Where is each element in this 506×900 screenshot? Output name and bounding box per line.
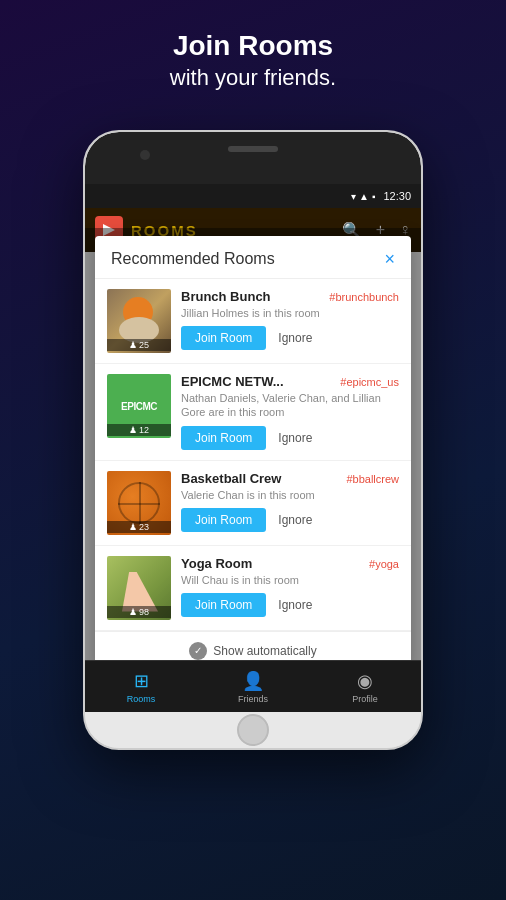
room-item-basketball: ♟23 Basketball Crew #bballcrew Valerie C… <box>95 461 411 546</box>
wifi-icon: ▾ <box>351 191 356 202</box>
show-auto-label: Show automatically <box>213 644 316 658</box>
modal-overlay: Recommended Rooms × ♟25 <box>85 228 421 712</box>
phone-bezel-bottom <box>85 712 421 748</box>
signal-icons: ▾ ▲ ▪ <box>351 191 375 202</box>
room-name-yoga: Yoga Room <box>181 556 252 571</box>
ignore-epicmc-button[interactable]: Ignore <box>278 431 312 445</box>
room-list: ♟25 Brunch Bunch #brunchbunch Jillian Ho… <box>95 279 411 631</box>
room-actions-yoga: Join Room Ignore <box>181 593 399 617</box>
room-hashtag-basketball: #bballcrew <box>346 473 399 485</box>
room-desc-epicmc: Nathan Daniels, Valerie Chan, and Lillia… <box>181 391 399 420</box>
hero-section: Join Rooms with your friends. <box>0 28 506 93</box>
nav-item-friends[interactable]: 👤 Friends <box>197 661 309 712</box>
room-info-epicmc: EPICMC NETW... #epicmc_us Nathan Daniels… <box>181 374 399 450</box>
profile-nav-icon: ◉ <box>357 670 373 692</box>
modal-header: Recommended Rooms × <box>95 236 411 279</box>
room-name-row-yoga: Yoga Room #yoga <box>181 556 399 571</box>
status-time: 12:30 <box>383 190 411 202</box>
room-count-brunch: ♟25 <box>107 339 171 351</box>
ignore-yoga-button[interactable]: Ignore <box>278 598 312 612</box>
modal-close-button[interactable]: × <box>384 250 395 268</box>
room-thumb-yoga: ♟98 <box>107 556 171 620</box>
room-name-epicmc: EPICMC NETW... <box>181 374 284 389</box>
profile-nav-label: Profile <box>352 694 378 704</box>
phone-speaker <box>228 146 278 152</box>
room-name-row-brunch: Brunch Bunch #brunchbunch <box>181 289 399 304</box>
home-button[interactable] <box>237 714 269 746</box>
room-actions-basketball: Join Room Ignore <box>181 508 399 532</box>
ignore-basketball-button[interactable]: Ignore <box>278 513 312 527</box>
join-brunch-button[interactable]: Join Room <box>181 326 266 350</box>
room-thumb-epicmc: EPICMC ♟12 <box>107 374 171 438</box>
room-desc-brunch: Jillian Holmes is in this room <box>181 306 399 320</box>
hero-line2: with your friends. <box>0 64 506 93</box>
recommended-rooms-modal: Recommended Rooms × ♟25 <box>95 236 411 670</box>
room-name-basketball: Basketball Crew <box>181 471 281 486</box>
ignore-brunch-button[interactable]: Ignore <box>278 331 312 345</box>
signal-icon: ▲ <box>359 191 369 202</box>
room-thumb-basketball: ♟23 <box>107 471 171 535</box>
join-epicmc-button[interactable]: Join Room <box>181 426 266 450</box>
phone-bezel-top <box>85 132 421 184</box>
phone-screen: ▾ ▲ ▪ 12:30 ROOMS 🔍 + ♀ <box>85 184 421 712</box>
friends-nav-label: Friends <box>238 694 268 704</box>
room-name-brunch: Brunch Bunch <box>181 289 271 304</box>
room-hashtag-brunch: #brunchbunch <box>329 291 399 303</box>
join-basketball-button[interactable]: Join Room <box>181 508 266 532</box>
room-count-epicmc: ♟12 <box>107 424 171 436</box>
room-info-brunch-bunch: Brunch Bunch #brunchbunch Jillian Holmes… <box>181 289 399 353</box>
bottom-nav: ⊞ Rooms 👤 Friends ◉ Profile <box>85 660 421 712</box>
room-desc-basketball: Valerie Chan is in this room <box>181 488 399 502</box>
phone-camera <box>140 150 150 160</box>
room-actions-epicmc: Join Room Ignore <box>181 426 399 450</box>
room-item-brunch-bunch: ♟25 Brunch Bunch #brunchbunch Jillian Ho… <box>95 279 411 364</box>
room-count-basketball: ♟23 <box>107 521 171 533</box>
friends-nav-icon: 👤 <box>242 670 264 692</box>
room-thumb-brunch-bunch: ♟25 <box>107 289 171 353</box>
room-count-yoga: ♟98 <box>107 606 171 618</box>
room-info-basketball: Basketball Crew #bballcrew Valerie Chan … <box>181 471 399 535</box>
phone-shell: ▾ ▲ ▪ 12:30 ROOMS 🔍 + ♀ <box>83 130 423 750</box>
room-name-row-epicmc: EPICMC NETW... #epicmc_us <box>181 374 399 389</box>
room-name-row-basketball: Basketball Crew #bballcrew <box>181 471 399 486</box>
show-auto-check-icon: ✓ <box>189 642 207 660</box>
modal-title: Recommended Rooms <box>111 250 275 268</box>
room-item-epicmc: EPICMC ♟12 EPICMC NETW... #epicmc_us Nat… <box>95 364 411 461</box>
battery-icon: ▪ <box>372 191 376 202</box>
room-item-yoga: ♟98 Yoga Room #yoga Will Chau is in this… <box>95 546 411 631</box>
nav-item-profile[interactable]: ◉ Profile <box>309 661 421 712</box>
room-info-yoga: Yoga Room #yoga Will Chau is in this roo… <box>181 556 399 620</box>
room-hashtag-epicmc: #epicmc_us <box>340 376 399 388</box>
rooms-nav-label: Rooms <box>127 694 156 704</box>
room-actions-brunch: Join Room Ignore <box>181 326 399 350</box>
room-desc-yoga: Will Chau is in this room <box>181 573 399 587</box>
nav-item-rooms[interactable]: ⊞ Rooms <box>85 661 197 712</box>
room-hashtag-yoga: #yoga <box>369 558 399 570</box>
status-bar: ▾ ▲ ▪ 12:30 <box>85 184 421 208</box>
rooms-nav-icon: ⊞ <box>134 670 149 692</box>
hero-line1: Join Rooms <box>0 28 506 64</box>
join-yoga-button[interactable]: Join Room <box>181 593 266 617</box>
